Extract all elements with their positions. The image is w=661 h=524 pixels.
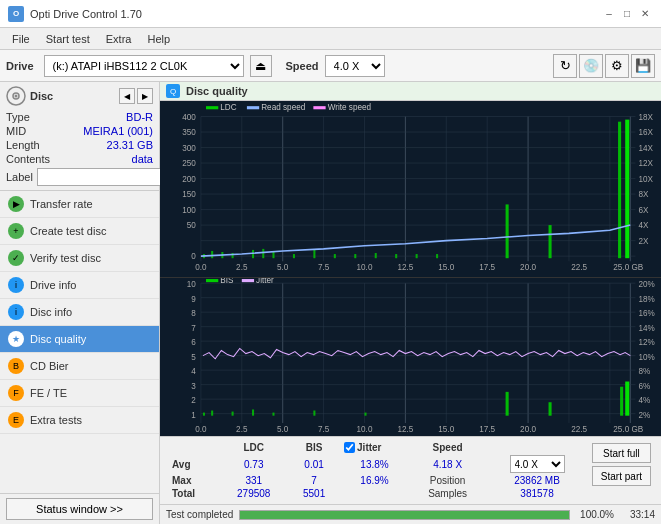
svg-text:LDC: LDC (220, 103, 236, 112)
stats-max-label: Max (166, 474, 219, 487)
svg-rect-108 (313, 410, 315, 415)
svg-text:6X: 6X (639, 206, 650, 215)
sidebar-verify-test-label: Verify test disc (30, 252, 101, 264)
toolbar-disc-button[interactable]: 💿 (579, 54, 603, 78)
svg-text:7.5: 7.5 (318, 425, 330, 434)
sidebar-fe-te-label: FE / TE (30, 387, 67, 399)
menu-help[interactable]: Help (139, 31, 178, 47)
progress-fill (240, 511, 569, 519)
svg-text:5: 5 (191, 353, 196, 362)
jitter-checkbox-label[interactable]: Jitter (344, 442, 405, 453)
disc-panel: Disc ◀ ▶ Type BD-R MID MEIRA1 (001) Leng… (0, 82, 159, 191)
svg-text:400: 400 (182, 113, 196, 122)
stats-speed-selector[interactable]: 4.0 X (510, 455, 565, 473)
svg-rect-113 (625, 381, 629, 415)
svg-text:300: 300 (182, 144, 196, 153)
svg-text:20%: 20% (639, 280, 656, 289)
sidebar-item-drive-info[interactable]: i Drive info (0, 272, 159, 299)
disc-prev-button[interactable]: ◀ (119, 88, 135, 104)
stats-max-jitter: 16.9% (340, 474, 409, 487)
speed-label: Speed (286, 60, 319, 72)
svg-text:5.0: 5.0 (277, 425, 289, 434)
stats-avg-jitter: 13.8% (340, 454, 409, 474)
svg-rect-111 (549, 402, 552, 415)
stats-area: LDC BIS Jitter Speed Avg 0.7 (160, 436, 661, 504)
stats-max-bis: 7 (288, 474, 340, 487)
svg-rect-107 (272, 412, 274, 415)
svg-text:17.5: 17.5 (479, 263, 495, 272)
sidebar-item-cd-bier[interactable]: B CD Bier (0, 353, 159, 380)
svg-rect-37 (375, 253, 377, 258)
stats-jitter-check-cell: Jitter (340, 441, 409, 454)
svg-text:150: 150 (182, 190, 196, 199)
speed-selector[interactable]: 4.0 X (325, 55, 385, 77)
svg-rect-110 (506, 392, 509, 416)
menu-extra[interactable]: Extra (98, 31, 140, 47)
svg-text:8: 8 (191, 309, 196, 318)
quality-icon: Q (166, 84, 180, 98)
svg-text:2: 2 (191, 396, 196, 405)
stats-avg-ldc: 0.73 (219, 454, 288, 474)
verify-test-disc-icon: ✓ (8, 250, 24, 266)
disc-next-button[interactable]: ▶ (137, 88, 153, 104)
svg-text:10%: 10% (639, 353, 656, 362)
status-window-button[interactable]: Status window >> (6, 498, 153, 520)
svg-rect-104 (211, 410, 213, 415)
svg-text:6%: 6% (639, 382, 651, 391)
svg-text:8X: 8X (639, 190, 650, 199)
svg-text:4X: 4X (639, 221, 650, 230)
svg-rect-78 (313, 106, 325, 109)
titlebar-controls: – □ ✕ (601, 6, 653, 22)
close-button[interactable]: ✕ (637, 6, 653, 22)
svg-text:6: 6 (191, 338, 196, 347)
start-buttons: Start full Start part (588, 441, 655, 488)
jitter-label: Jitter (357, 442, 381, 453)
toolbar-settings-button[interactable]: ⚙ (605, 54, 629, 78)
menu-file[interactable]: File (4, 31, 38, 47)
svg-rect-42 (549, 225, 552, 258)
svg-text:7.5: 7.5 (318, 263, 330, 272)
start-part-button[interactable]: Start part (592, 466, 651, 486)
svg-text:5.0: 5.0 (277, 263, 289, 272)
chart2-svg: 10 9 8 7 6 5 4 3 2 1 20% 18% 16% 14% 12% (160, 278, 661, 436)
svg-rect-38 (395, 254, 397, 258)
svg-text:16%: 16% (639, 309, 656, 318)
stats-avg-speed: 4.18 X (409, 454, 486, 474)
svg-rect-40 (436, 254, 438, 258)
svg-text:17.5: 17.5 (479, 425, 495, 434)
disc-type-value: BD-R (126, 111, 153, 123)
sidebar-item-disc-quality[interactable]: ★ Disc quality (0, 326, 159, 353)
svg-text:25.0 GB: 25.0 GB (613, 263, 643, 272)
stats-samples-label: Samples (409, 487, 486, 500)
start-full-button[interactable]: Start full (592, 443, 651, 463)
sidebar-cd-bier-label: CD Bier (30, 360, 69, 372)
svg-rect-103 (203, 412, 205, 415)
svg-text:350: 350 (182, 128, 196, 137)
svg-rect-32 (272, 252, 274, 258)
sidebar: Disc ◀ ▶ Type BD-R MID MEIRA1 (001) Leng… (0, 82, 160, 524)
sidebar-item-disc-info[interactable]: i Disc info (0, 299, 159, 326)
maximize-button[interactable]: □ (619, 6, 635, 22)
sidebar-item-transfer-rate[interactable]: ▶ Transfer rate (0, 191, 159, 218)
toolbar-save-button[interactable]: 💾 (631, 54, 655, 78)
disc-panel-title: Disc (30, 90, 53, 102)
stats-avg-label: Avg (166, 454, 219, 474)
jitter-checkbox[interactable] (344, 442, 355, 453)
titlebar-left: O Opti Drive Control 1.70 (8, 6, 142, 22)
sidebar-item-create-test-disc[interactable]: + Create test disc (0, 218, 159, 245)
sidebar-item-verify-test-disc[interactable]: ✓ Verify test disc (0, 245, 159, 272)
toolbar-refresh-button[interactable]: ↻ (553, 54, 577, 78)
stats-total-bis: 5501 (288, 487, 340, 500)
progress-time: 33:14 (620, 509, 655, 520)
sidebar-item-extra-tests[interactable]: E Extra tests (0, 407, 159, 434)
charts-area: 400 350 300 250 200 150 100 50 0 18X 16X… (160, 101, 661, 436)
eject-button[interactable]: ⏏ (250, 55, 272, 77)
drive-selector[interactable]: (k:) ATAPI iHBS112 2 CL0K (44, 55, 244, 77)
svg-text:50: 50 (187, 221, 197, 230)
minimize-button[interactable]: – (601, 6, 617, 22)
sidebar-item-fe-te[interactable]: F FE / TE (0, 380, 159, 407)
menu-start-test[interactable]: Start test (38, 31, 98, 47)
disc-label-input[interactable] (37, 168, 170, 186)
svg-text:15.0: 15.0 (438, 425, 454, 434)
svg-text:15.0: 15.0 (438, 263, 454, 272)
